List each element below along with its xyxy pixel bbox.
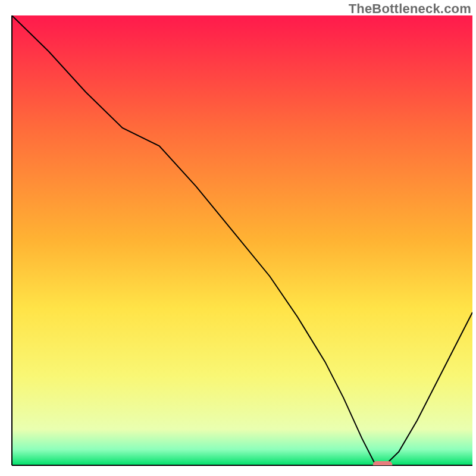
watermark-text: TheBottleneck.com — [349, 1, 471, 17]
bottleneck-chart — [0, 0, 476, 476]
chart-container: TheBottleneck.com — [0, 0, 476, 476]
optimal-marker — [373, 461, 393, 468]
gradient-background — [12, 15, 472, 465]
